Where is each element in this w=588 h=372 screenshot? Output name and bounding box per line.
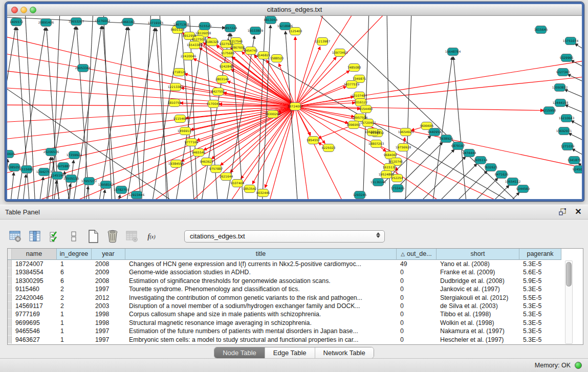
table-cell[interactable]: 19384554 — [12, 268, 57, 276]
table-cell[interactable]: 18300295 — [12, 277, 57, 285]
table-cell[interactable]: 0 — [397, 327, 437, 335]
table-row[interactable]: 1872400712008Changes of HCN gene express… — [8, 260, 583, 268]
clear-selection-icon[interactable] — [67, 229, 81, 244]
table-cell[interactable]: 0 — [397, 310, 437, 318]
table-cell[interactable]: de Silva et al. (2003) — [437, 302, 519, 310]
table-cell[interactable]: Estimation of significance thresholds fo… — [125, 277, 397, 285]
tab-network-table[interactable]: Network Table — [315, 347, 374, 358]
table-cell[interactable]: Disruption of a novel member of a sodium… — [125, 302, 397, 310]
table-cell[interactable]: 49 — [397, 260, 437, 268]
table-cell[interactable]: 0 — [397, 294, 437, 302]
table-row[interactable]: 977716911998Corpus callosum shape and si… — [8, 310, 583, 318]
column-header-pagerank[interactable]: pagerank — [519, 249, 561, 260]
table-cell[interactable]: Wolkin et al. (1998) — [437, 319, 519, 327]
table-cell[interactable]: Genome-wide association studies in ADHD. — [125, 268, 397, 276]
table-cell[interactable]: 22420046 — [12, 294, 57, 302]
table-cell[interactable]: 0 — [397, 268, 437, 276]
table-row[interactable]: 1456911722003Disruption of a novel membe… — [8, 302, 583, 310]
table-scrollbar[interactable] — [565, 260, 573, 344]
table-cell[interactable]: Stergiakouli et al. (2012) — [437, 294, 519, 302]
column-header-out_de[interactable]: △out_de... — [397, 249, 437, 260]
table-cell[interactable]: 1 — [57, 319, 92, 327]
table-cell[interactable]: 1997 — [92, 285, 125, 293]
select-all-icon[interactable] — [47, 229, 61, 244]
table-cell[interactable]: 6 — [57, 277, 92, 285]
table-cell[interactable]: 0 — [397, 285, 437, 293]
table-cell[interactable]: 0 — [397, 336, 437, 344]
table-row[interactable]: 1938455462009Genome-wide association stu… — [8, 268, 583, 276]
table-cell[interactable]: 5.9E-5 — [519, 277, 561, 285]
table-cell[interactable]: Tourette syndrome. Phenomenology and cla… — [125, 285, 397, 293]
table-cell[interactable]: 2003 — [92, 302, 125, 310]
table-cell[interactable]: Nakamura et al. (1997) — [437, 327, 519, 335]
table-cell[interactable]: 1 — [57, 336, 92, 344]
table-row[interactable]: 946362711997Embryonic stem cells: a mode… — [8, 336, 583, 344]
table-cell[interactable]: 5.5E-5 — [519, 294, 561, 302]
table-cell[interactable]: 1 — [57, 327, 92, 335]
table-row[interactable]: 2242004622012Investigating the contribut… — [8, 294, 583, 302]
close-panel-icon[interactable]: ✕ — [574, 207, 583, 216]
table-cell[interactable]: 0 — [397, 302, 437, 310]
table-cell[interactable]: 0 — [397, 277, 437, 285]
table-cell[interactable]: 9463627 — [12, 336, 57, 344]
table-cell[interactable]: 18724007 — [12, 260, 57, 268]
network-window-titlebar[interactable]: citations_edges.txt — [7, 4, 582, 16]
delete-icon[interactable] — [105, 229, 120, 244]
column-header-in_degree[interactable]: in_degree — [57, 249, 92, 260]
table-cell[interactable]: Investigating the contribution of common… — [125, 294, 397, 302]
column-header-title[interactable]: title — [125, 249, 397, 260]
table-cell[interactable]: 2012 — [92, 294, 125, 302]
table-cell[interactable]: 2008 — [92, 277, 125, 285]
float-panel-icon[interactable] — [558, 207, 568, 216]
table-cell[interactable]: 2009 — [92, 268, 125, 276]
column-header-name[interactable]: name — [12, 249, 57, 260]
table-cell[interactable]: 2 — [57, 285, 92, 293]
new-table-icon[interactable] — [86, 229, 100, 244]
column-header-year[interactable]: year — [92, 249, 125, 260]
table-cell[interactable]: Structural magnetic resonance image aver… — [125, 319, 397, 327]
table-cell[interactable]: 6 — [57, 268, 92, 276]
table-cell[interactable]: 1 — [57, 310, 92, 318]
table-row[interactable]: 946554611997Estimation of the future num… — [8, 327, 583, 335]
column-visibility-icon[interactable] — [28, 229, 42, 244]
table-cell[interactable]: 5.3E-5 — [519, 336, 561, 344]
table-cell[interactable]: Franke et al. (2009) — [437, 268, 519, 276]
table-row[interactable]: 1830029562008Estimation of significance … — [8, 277, 583, 285]
tab-node-table[interactable]: Node Table — [214, 347, 265, 358]
table-cell[interactable]: Hescheler et al. (1997) — [437, 336, 519, 344]
table-cell[interactable]: 1998 — [92, 310, 125, 318]
column-header-short[interactable]: short — [437, 249, 519, 260]
table-cell[interactable]: 1997 — [92, 336, 125, 344]
table-row[interactable]: 911546021997Tourette syndrome. Phenomeno… — [8, 285, 583, 293]
table-cell[interactable]: 5.3E-5 — [519, 260, 561, 268]
table-cell[interactable]: Corpus callosum shape and size in male p… — [125, 310, 397, 318]
table-row[interactable]: 969969511998Structural magnetic resonanc… — [8, 319, 583, 327]
table-select-dropdown[interactable]: citations_edges.txt — [184, 230, 385, 243]
table-cell[interactable]: 14569117 — [12, 302, 57, 310]
table-cell[interactable]: Estimation of the future numbers of pati… — [125, 327, 397, 335]
table-cell[interactable]: 5.3E-5 — [519, 302, 561, 310]
table-cell[interactable]: Embryonic stem cells: a model to study s… — [125, 336, 397, 344]
table-cell[interactable]: 5.6E-5 — [519, 268, 561, 276]
tab-edge-table[interactable]: Edge Table — [265, 347, 315, 358]
table-cell[interactable]: 9115460 — [12, 285, 57, 293]
table-cell[interactable]: 5.3E-5 — [519, 319, 561, 327]
table-cell[interactable]: 9699695 — [12, 319, 57, 327]
function-builder-icon[interactable]: f(x) — [144, 229, 159, 244]
table-cell[interactable]: 1 — [57, 260, 92, 268]
table-cell[interactable]: 2 — [57, 302, 92, 310]
table-cell[interactable]: 5.3E-5 — [519, 285, 561, 293]
table-scrollbar-thumb[interactable] — [566, 262, 572, 287]
table-cell[interactable]: Dudbridge et al. (2008) — [437, 277, 519, 285]
table-cell[interactable]: 9777169 — [12, 310, 57, 318]
table-cell[interactable]: 1998 — [92, 319, 125, 327]
table-cell[interactable]: 5.3E-5 — [519, 310, 561, 318]
table-cell[interactable]: Yano et al. (2008) — [437, 260, 519, 268]
table-cell[interactable]: Changes of HCN gene expression and I(f) … — [125, 260, 397, 268]
table-settings-icon[interactable] — [8, 229, 23, 244]
table-cell[interactable]: Tibbo et al. (1998) — [437, 310, 519, 318]
table-cell[interactable]: 0 — [397, 319, 437, 327]
table-cell[interactable]: Jankovic et al. (1997) — [437, 285, 519, 293]
table-cell[interactable]: 9465546 — [12, 327, 57, 335]
table-cell[interactable]: 2 — [57, 294, 92, 302]
